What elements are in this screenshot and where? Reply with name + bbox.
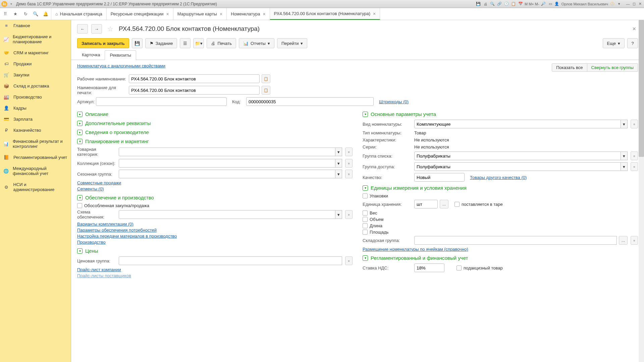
print-icon[interactable]: 🖨 bbox=[482, 1, 488, 7]
open-button[interactable]: ▫ bbox=[631, 152, 638, 160]
sidebar-item-main[interactable]: ≡Главное bbox=[0, 20, 71, 31]
sidebar-item-regulated[interactable]: 📙Регламентированный учет bbox=[0, 152, 71, 163]
price-list2-link[interactable]: Прайс-листы поставщиков bbox=[77, 273, 353, 278]
group-manufacturer[interactable]: ▸Сведения о производителе bbox=[77, 129, 353, 135]
favorite-icon[interactable]: ☆ bbox=[107, 25, 113, 33]
storage-unit-input[interactable] bbox=[414, 200, 438, 208]
calc-icon[interactable]: 📋 bbox=[511, 1, 517, 7]
group-supply[interactable]: ▾Обеспечение и производство bbox=[77, 195, 353, 200]
menu-dropdown-icon[interactable]: ▾ bbox=[616, 1, 622, 7]
open-button[interactable]: ▫ bbox=[345, 170, 353, 178]
similar-link[interactable]: Номенклатура с аналогичными свойствами bbox=[77, 63, 165, 72]
subtab-requisites[interactable]: Реквизиты bbox=[105, 50, 136, 60]
article-input[interactable] bbox=[96, 97, 227, 106]
type-input[interactable] bbox=[414, 120, 621, 128]
category-input[interactable] bbox=[119, 147, 335, 156]
help-button[interactable]: ? bbox=[627, 38, 638, 48]
ellipsis-button[interactable]: … bbox=[440, 200, 448, 208]
clock-icon[interactable]: 🕓 bbox=[503, 1, 509, 7]
volume-checkbox[interactable] bbox=[363, 217, 368, 222]
minimize-button[interactable]: — bbox=[625, 1, 631, 7]
warehouse-input[interactable] bbox=[414, 236, 617, 245]
sidebar-item-budgeting[interactable]: 📈Бюджетирование и планирование bbox=[0, 31, 71, 47]
sidebar-item-crm[interactable]: 🤝CRM и маркетинг bbox=[0, 47, 71, 58]
scroll-thumb[interactable] bbox=[639, 20, 644, 157]
area-checkbox[interactable] bbox=[363, 230, 368, 235]
goto-button[interactable]: Перейти▾ bbox=[277, 38, 308, 48]
group-planning[interactable]: ▾Планирование и маркетинг bbox=[77, 138, 353, 144]
open-button[interactable]: ▫ bbox=[631, 236, 638, 245]
copy-button[interactable]: 📋 bbox=[262, 74, 270, 83]
transfer-link[interactable]: Настройка передачи материалов в производ… bbox=[77, 234, 353, 239]
search-nav-icon[interactable]: 🔍 bbox=[32, 11, 39, 17]
open-button[interactable]: ▫ bbox=[345, 147, 353, 156]
sidebar-item-salary[interactable]: 💳Зарплата bbox=[0, 114, 71, 125]
vat-input[interactable] bbox=[414, 263, 444, 272]
production-link[interactable]: Производство bbox=[77, 240, 353, 245]
maximize-button[interactable]: ◻ bbox=[631, 1, 637, 7]
ellipsis-button[interactable]: … bbox=[619, 236, 628, 245]
access-group-input[interactable] bbox=[414, 162, 621, 171]
memory-mminus[interactable]: M- bbox=[535, 2, 539, 6]
sidebar-item-hr[interactable]: 👤Кадры bbox=[0, 103, 71, 114]
back-button[interactable]: ← bbox=[77, 24, 88, 34]
barcodes-link[interactable]: Штрихкоды (0) bbox=[379, 99, 409, 104]
code-input[interactable] bbox=[246, 97, 374, 106]
quality-input[interactable] bbox=[414, 173, 465, 182]
close-icon[interactable]: × bbox=[166, 11, 169, 17]
open-button[interactable]: ▫ bbox=[345, 159, 353, 168]
sidebar-item-admin[interactable]: ⚙НСИ и администрирование bbox=[0, 179, 71, 195]
group-extra[interactable]: ▸Дополнительные реквизиты bbox=[77, 120, 353, 126]
weight-checkbox[interactable] bbox=[363, 210, 368, 216]
close-icon[interactable]: × bbox=[220, 11, 222, 17]
open-button[interactable]: ▫ bbox=[631, 162, 638, 171]
sidebar-item-intl[interactable]: 🌐Международный финансовый учет bbox=[0, 163, 71, 179]
tab-resources[interactable]: Ресурсные спецификации× bbox=[107, 8, 173, 20]
collapse-all-button[interactable]: Свернуть все группы bbox=[587, 63, 638, 72]
list-button[interactable]: ☰ bbox=[180, 38, 191, 48]
open-button[interactable]: ▫ bbox=[345, 256, 353, 265]
joint-sales-link[interactable]: Совместные продажи bbox=[77, 180, 353, 185]
subtab-card[interactable]: Карточка bbox=[77, 50, 105, 60]
bell-icon[interactable]: 🔔 bbox=[42, 11, 49, 17]
save-icon[interactable]: 💾 bbox=[475, 1, 481, 7]
chevron-down-icon[interactable]: ▾ bbox=[335, 210, 342, 219]
packaging-checkbox[interactable] bbox=[363, 193, 368, 198]
sidebar-item-warehouse[interactable]: 📦Склад и доставка bbox=[0, 80, 71, 92]
show-all-button[interactable]: Показать все bbox=[552, 63, 587, 72]
task-button[interactable]: ⚑Задание bbox=[145, 38, 177, 48]
search-icon[interactable]: 🔍 bbox=[489, 1, 495, 7]
chevron-down-icon[interactable]: ▾ bbox=[621, 162, 628, 171]
scrollbar[interactable] bbox=[639, 20, 644, 362]
close-page-button[interactable]: × bbox=[630, 25, 638, 33]
collection-input[interactable] bbox=[119, 159, 335, 168]
panel-icon[interactable]: ▭ bbox=[547, 1, 553, 7]
link-icon[interactable]: 🔗 bbox=[496, 1, 502, 7]
placement-link[interactable]: Размещение номенклатуры по ячейкам (спра… bbox=[363, 247, 468, 252]
list-group-input[interactable] bbox=[414, 152, 621, 160]
group-prices[interactable]: ▾Цены bbox=[77, 248, 353, 254]
chevron-down-icon[interactable]: ▾ bbox=[621, 152, 628, 160]
length-checkbox[interactable] bbox=[363, 223, 368, 228]
chevron-down-icon[interactable]: ▾ bbox=[335, 170, 342, 178]
more-button[interactable]: Еще▾ bbox=[603, 38, 625, 48]
segments-link[interactable]: Сегменты (0) bbox=[77, 186, 353, 191]
save-button[interactable]: 💾 bbox=[132, 38, 143, 48]
scheme-input[interactable] bbox=[119, 210, 335, 219]
info-icon[interactable]: ⓘ bbox=[609, 1, 615, 7]
variants-link[interactable]: Варианты комплектации (0) bbox=[77, 222, 353, 227]
save-close-button[interactable]: Записать и закрыть bbox=[77, 38, 129, 48]
close-icon[interactable]: × bbox=[263, 11, 265, 17]
season-input[interactable] bbox=[119, 170, 335, 178]
memory-mplus[interactable]: M+ bbox=[529, 2, 534, 6]
calendar-icon[interactable]: 📅 bbox=[518, 1, 524, 7]
print-button[interactable]: 🖨Печать bbox=[207, 38, 236, 48]
folder-button[interactable]: 📁▾ bbox=[193, 38, 204, 48]
work-name-input[interactable] bbox=[129, 74, 260, 83]
sidebar-item-sales[interactable]: 🏷Продажи bbox=[0, 58, 71, 69]
print-name-input[interactable] bbox=[129, 86, 260, 95]
star-icon[interactable]: ★ bbox=[12, 11, 19, 17]
close-icon[interactable]: × bbox=[373, 11, 376, 16]
other-quality-link[interactable]: Товары другого качества (0) bbox=[470, 175, 527, 180]
apps-icon[interactable]: ⠿ bbox=[2, 11, 9, 17]
